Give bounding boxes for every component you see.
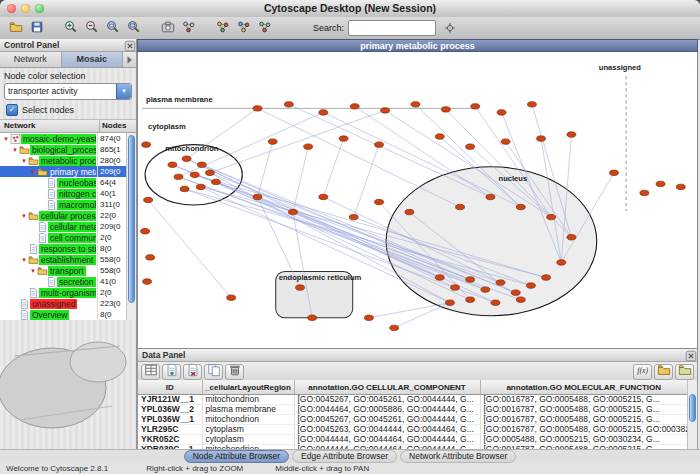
network-node[interactable]: [390, 325, 399, 330]
import-network-button[interactable]: [255, 19, 275, 38]
select-first-neighbors-button[interactable]: [213, 19, 233, 38]
network-edge[interactable]: [210, 110, 385, 172]
network-node[interactable]: [319, 194, 328, 199]
tree-item-macromolecule[interactable]: macromolecule311(0: [0, 199, 136, 210]
network-node[interactable]: [288, 209, 297, 214]
network-node[interactable]: [610, 170, 619, 175]
network-node[interactable]: [466, 144, 475, 149]
network-node[interactable]: [253, 194, 262, 199]
network-node[interactable]: [567, 235, 576, 240]
column-header-annotation-go-cellular-component[interactable]: annotation.GO CELLULAR_COMPONENT: [294, 380, 480, 395]
compartment-nucleus[interactable]: [386, 167, 597, 316]
table-row-ypl036w-1[interactable]: YPL036W__1mitochondrion[GO:0045267, GO:0…: [138, 415, 688, 425]
tree-item-metabolic-process[interactable]: ▼metabolic process280(0: [0, 155, 136, 166]
hide-selected-button[interactable]: [179, 19, 199, 38]
tab-network-attribute-browser[interactable]: Network Attribute Browser: [400, 450, 516, 463]
dropdown-arrow-icon[interactable]: ▼: [116, 84, 131, 99]
column-header-cellularlayoutregion[interactable]: _cellularLayoutRegion: [202, 380, 294, 395]
expander-icon[interactable]: ▼: [20, 257, 28, 263]
network-node[interactable]: [567, 132, 576, 137]
network-edge[interactable]: [323, 139, 343, 197]
column-header-id[interactable]: ID: [138, 380, 202, 395]
search-config-button[interactable]: [440, 19, 460, 38]
network-graph[interactable]: plasma membranecytoplasmmitochondrionnuc…: [138, 52, 697, 348]
network-node[interactable]: [527, 102, 536, 107]
network-node[interactable]: [497, 110, 506, 115]
network-node[interactable]: [253, 106, 262, 111]
network-node[interactable]: [496, 280, 505, 285]
cell[interactable]: YJR121W__1: [138, 395, 202, 405]
save-session-button[interactable]: [27, 19, 47, 38]
network-node[interactable]: [141, 228, 150, 233]
network-edge[interactable]: [257, 142, 272, 197]
tree-item-nitrogen-compo[interactable]: nitrogen compo40(1: [0, 188, 136, 199]
network-node[interactable]: [557, 260, 566, 265]
table-scrollbar-thumb[interactable]: [689, 394, 696, 422]
network-node[interactable]: [516, 297, 525, 302]
tree-item-nucleobase[interactable]: nucleobase64(4: [0, 177, 136, 188]
network-node[interactable]: [466, 277, 475, 282]
network-node[interactable]: [435, 275, 444, 280]
select-attributes-button[interactable]: [141, 364, 160, 380]
network-node[interactable]: [227, 295, 236, 300]
network-node[interactable]: [182, 156, 191, 161]
network-node[interactable]: [526, 283, 535, 288]
tree-item-multi-organism-pro[interactable]: multi-organism pro2(0: [0, 287, 136, 298]
network-node[interactable]: [451, 285, 460, 290]
network-node[interactable]: [381, 108, 390, 113]
network-edge[interactable]: [394, 303, 450, 328]
zoom-selected-button[interactable]: [103, 19, 123, 38]
network-node[interactable]: [205, 170, 214, 175]
table-row-ykr052c[interactable]: YKR052Ccytoplasm[GO:0044444, GO:0044464,…: [138, 435, 688, 445]
network-canvas[interactable]: plasma membranecytoplasmmitochondrionnuc…: [137, 52, 698, 349]
network-edge[interactable]: [257, 108, 460, 207]
network-node[interactable]: [268, 139, 277, 144]
network-node[interactable]: [481, 287, 490, 292]
network-overview[interactable]: [0, 310, 136, 450]
close-window-button[interactable]: [7, 4, 16, 13]
table-scrollbar[interactable]: [687, 380, 697, 449]
network-node[interactable]: [491, 300, 500, 305]
network-node[interactable]: [308, 315, 317, 320]
tab-edge-attribute-browser[interactable]: Edge Attribute Browser: [292, 450, 397, 463]
data-panel-close-button[interactable]: [684, 349, 696, 361]
tree-scrollbar-thumb[interactable]: [128, 135, 135, 303]
tree-item-biological-process[interactable]: ▼biological_process865(1: [0, 144, 136, 155]
zoom-fit-button[interactable]: [124, 19, 144, 38]
network-node[interactable]: [547, 214, 556, 219]
network-node[interactable]: [542, 275, 551, 280]
network-view-title[interactable]: primary metabolic process: [137, 39, 698, 52]
tree-item-primary-metab[interactable]: ▼primary metab209(0: [0, 166, 136, 177]
cell[interactable]: [GO:0016787, GO:0005488, GO:0005215, G..…: [480, 415, 688, 425]
tree-item-cellular-process[interactable]: ▼cellular process22(0: [0, 210, 136, 221]
cell[interactable]: [GO:0045267, GO:0045261, GO:0044444, G..…: [294, 395, 480, 405]
tree-item-unassigned[interactable]: unassigned223(0: [0, 298, 136, 309]
network-node[interactable]: [445, 300, 454, 305]
color-attribute-dropdown[interactable]: transporter activity ▼: [4, 83, 132, 100]
tree-scrollbar[interactable]: [126, 133, 136, 320]
expander-icon[interactable]: ▼: [20, 213, 28, 219]
network-node[interactable]: [486, 194, 495, 199]
network-edge[interactable]: [148, 200, 231, 298]
import-attributes-button[interactable]: [654, 364, 673, 380]
expander-icon[interactable]: ▼: [11, 147, 19, 153]
delete-attribute-button[interactable]: [183, 364, 202, 380]
cell[interactable]: [GO:0005488, GO:0005215, GO:0030234, G..…: [480, 435, 688, 445]
network-node[interactable]: [471, 104, 480, 109]
tree-item-response-to-stimul[interactable]: response to stimul8(0: [0, 243, 136, 254]
tab-network[interactable]: Network: [0, 52, 62, 67]
cell[interactable]: [GO:0044464, GO:0005886, GO:0044444, G..…: [294, 405, 480, 415]
select-nodes-checkbox[interactable]: ✓: [6, 104, 18, 116]
tab-scroll-right-button[interactable]: [123, 52, 136, 67]
new-network-from-selection-button[interactable]: [234, 19, 254, 38]
network-node[interactable]: [190, 172, 199, 177]
tree-item-transport[interactable]: ▼transport558(0: [0, 265, 136, 276]
network-edge[interactable]: [293, 147, 308, 212]
tree-column-nodes[interactable]: Nodes: [100, 120, 136, 132]
network-node[interactable]: [339, 136, 348, 141]
network-node[interactable]: [411, 102, 420, 107]
network-node[interactable]: [180, 186, 189, 191]
network-node[interactable]: [441, 107, 450, 112]
network-overview-thumbnail[interactable]: [0, 310, 136, 450]
network-node[interactable]: [405, 209, 414, 214]
